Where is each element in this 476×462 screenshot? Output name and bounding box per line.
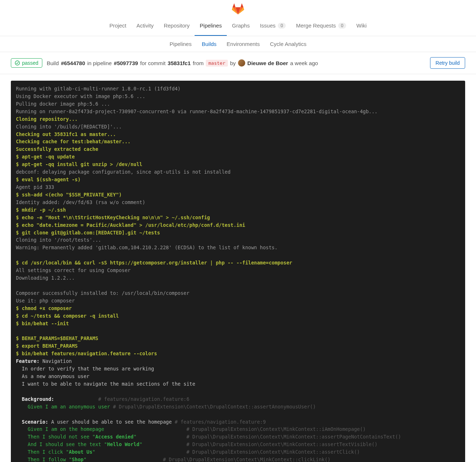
build-time: a week ago: [290, 60, 318, 66]
subnav-environments[interactable]: Environments: [222, 36, 265, 52]
subnav-builds[interactable]: Builds: [197, 36, 222, 52]
nav-wiki[interactable]: Wiki: [351, 16, 371, 36]
commit-sha[interactable]: 35831fc1: [168, 60, 191, 66]
build-log[interactable]: Running with gitlab-ci-multi-runner 1.8.…: [11, 81, 465, 462]
build-id[interactable]: #6544780: [61, 60, 85, 66]
nav-issues[interactable]: Issues 0: [255, 16, 291, 36]
gitlab-logo-icon[interactable]: [231, 2, 245, 15]
check-circle-icon: [15, 60, 20, 65]
nav-activity[interactable]: Activity: [131, 16, 159, 36]
issues-count-badge: 0: [278, 23, 286, 29]
author-name[interactable]: Dieuwe de Boer: [247, 60, 288, 66]
status-badge: passed: [11, 58, 42, 68]
nav-merge-requests[interactable]: Merge Requests 0: [291, 16, 351, 36]
nav-graphs[interactable]: Graphs: [227, 16, 255, 36]
subnav-pipelines[interactable]: Pipelines: [165, 36, 197, 52]
nav-pipelines[interactable]: Pipelines: [195, 16, 227, 36]
status-label: passed: [22, 60, 38, 66]
build-meta: Build #6544780 in pipeline #5097739 for …: [47, 59, 318, 67]
build-header: passed Build #6544780 in pipeline #50977…: [0, 52, 476, 74]
nav-repository[interactable]: Repository: [159, 16, 195, 36]
pipeline-id[interactable]: #5097739: [114, 60, 138, 66]
logo-row: [0, 0, 476, 16]
mr-count-badge: 0: [338, 23, 347, 29]
nav-project[interactable]: Project: [104, 16, 131, 36]
retry-build-button[interactable]: Retry build: [430, 57, 465, 69]
sub-nav: Pipelines Builds Environments Cycle Anal…: [0, 36, 476, 52]
branch-label[interactable]: master: [206, 60, 228, 67]
avatar[interactable]: [238, 59, 245, 67]
subnav-cycle-analytics[interactable]: Cycle Analytics: [265, 36, 311, 52]
main-nav: Project Activity Repository Pipelines Gr…: [0, 16, 476, 36]
